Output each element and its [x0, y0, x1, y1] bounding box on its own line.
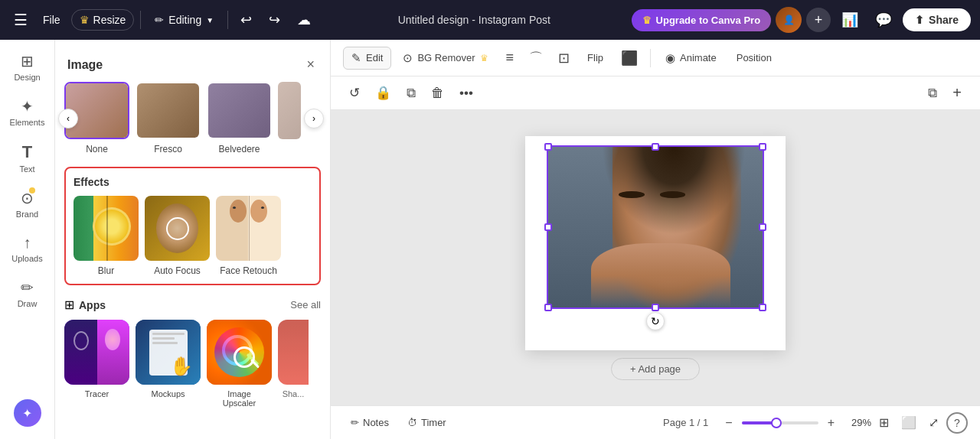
elements-icon: ✦	[21, 97, 34, 115]
app-tracer[interactable]: Tracer	[64, 320, 129, 408]
app-mockups-label: Mockups	[151, 389, 185, 398]
resize-label: Resize	[93, 14, 126, 26]
add-collaborator-button[interactable]: +	[806, 8, 831, 32]
fullscreen-button[interactable]: ⤢	[924, 412, 943, 433]
rotate-handle[interactable]: ↻	[646, 312, 665, 330]
chevron-down-icon: ▼	[206, 16, 214, 24]
effect-autofocus[interactable]: Auto Focus	[145, 196, 210, 276]
crop-button[interactable]: ⊡	[552, 46, 576, 70]
selected-image[interactable]: ↻	[547, 145, 764, 309]
apps-title: Apps	[79, 299, 106, 311]
image-panel: Image × ‹ None	[55, 40, 331, 439]
effect-faceretouch[interactable]: Face Retouch	[216, 196, 281, 276]
zoom-slider-thumb[interactable]	[771, 418, 782, 428]
sidebar-item-uploads[interactable]: ↑ Uploads	[5, 228, 51, 269]
effect-blur[interactable]: Blur	[74, 196, 139, 276]
canvas-area: ✎ Edit ⊙ BG Remover ♛ ≡ ⌒ ⊡ Flip ⬛ ◉ Ani…	[331, 40, 980, 439]
filter-none-label: None	[86, 144, 108, 154]
handle-tl[interactable]	[544, 143, 552, 151]
handle-tm[interactable]	[652, 143, 659, 151]
scroll-right-button[interactable]: ›	[304, 109, 324, 128]
upgrade-button[interactable]: ♛ Upgrade to Canva Pro	[632, 9, 772, 31]
help-button[interactable]: ?	[946, 412, 968, 434]
crown-icon: ♛	[80, 14, 90, 26]
apps-section: ⊞ Apps See all	[64, 298, 321, 408]
view-buttons: ⊞ ⬜ ⤢	[874, 412, 943, 433]
duplicate-button[interactable]: ⧉	[400, 82, 422, 105]
pencil-icon: ✏	[155, 14, 164, 26]
panel-close-button[interactable]: ×	[303, 54, 318, 76]
transparency-button[interactable]: ⬛	[615, 46, 644, 70]
manip-toolbar: ↺ 🔒 ⧉ 🗑 ••• ⧉ +	[331, 76, 980, 110]
share-label: Share	[929, 14, 959, 26]
apps-grid-icon: ⊞	[64, 298, 74, 312]
lines-button[interactable]: ≡	[500, 46, 521, 70]
hamburger-menu-button[interactable]: ☰	[9, 8, 32, 32]
handle-bl[interactable]	[544, 304, 552, 311]
add-page-bar: + Add page	[611, 358, 700, 380]
handle-bm[interactable]	[652, 304, 659, 311]
effect-blur-label: Blur	[98, 265, 114, 276]
app-sha[interactable]: Sha...	[278, 320, 309, 408]
file-menu-button[interactable]: File	[37, 10, 67, 30]
position-button[interactable]: Position	[728, 47, 780, 68]
handle-br[interactable]	[759, 304, 766, 311]
filter-belvedere[interactable]: Belvedere	[207, 82, 272, 154]
bg-remover-button[interactable]: ⊙ BG Remover ♛	[394, 47, 496, 70]
scroll-left-button[interactable]: ‹	[58, 109, 78, 128]
magic-button[interactable]: ✦	[14, 399, 41, 433]
text-icon: T	[22, 142, 32, 162]
effect-faceretouch-label: Face Retouch	[220, 265, 277, 276]
brand-badge-dot	[29, 187, 35, 193]
sidebar-item-elements[interactable]: ✦ Elements	[5, 91, 51, 133]
edit-button[interactable]: ✎ Edit	[343, 47, 391, 70]
zoom-in-button[interactable]: +	[823, 415, 839, 431]
add-page-button[interactable]: + Add page	[611, 358, 700, 380]
more-options-button[interactable]: •••	[453, 82, 479, 105]
sidebar-item-brand[interactable]: ⊙ Brand	[5, 183, 51, 225]
comments-button[interactable]: 💬	[869, 8, 898, 31]
undo-button[interactable]: ↩	[234, 8, 258, 31]
copy-button[interactable]: ⧉	[922, 82, 943, 105]
zoom-slider[interactable]	[742, 421, 818, 424]
handle-mr[interactable]	[759, 223, 766, 231]
app-mockups[interactable]: ✋ Mockups	[136, 320, 201, 408]
editing-button[interactable]: ✏ Editing ▼	[147, 10, 221, 30]
zoom-out-button[interactable]: −	[720, 415, 737, 431]
timer-button[interactable]: ⏱ Timer	[400, 413, 454, 432]
divider-1	[140, 11, 141, 29]
filter-fresco[interactable]: Fresco	[136, 82, 201, 154]
flip-button[interactable]: Flip	[579, 47, 612, 68]
corner-radius-button[interactable]: ⌒	[523, 45, 549, 71]
animate-button[interactable]: ◉ Animate	[657, 47, 725, 70]
sidebar-item-label-brand: Brand	[16, 210, 38, 219]
lock-button[interactable]: 🔒	[369, 81, 397, 105]
delete-button[interactable]: 🗑	[425, 82, 450, 105]
sidebar-item-label-uploads: Uploads	[11, 254, 42, 263]
canvas-page: ↻	[525, 136, 786, 350]
multi-page-view-button[interactable]: ⬜	[897, 412, 921, 433]
editing-label: Editing	[168, 14, 201, 26]
sidebar-item-draw[interactable]: ✏ Draw	[5, 272, 51, 314]
handle-tr[interactable]	[759, 143, 766, 151]
notes-button[interactable]: ✏ Notes	[343, 413, 397, 432]
grid-view-button[interactable]: ⊞	[874, 412, 893, 433]
add-element-button[interactable]: +	[946, 80, 968, 106]
edit-label: Edit	[366, 52, 383, 63]
sidebar-item-text[interactable]: T Text	[5, 136, 51, 180]
star-icon: ✦	[22, 406, 32, 421]
share-button[interactable]: ⬆ Share	[903, 8, 971, 31]
redo-button[interactable]: ↪	[263, 8, 286, 31]
filter-extra[interactable]	[278, 82, 301, 154]
left-sidebar: ⊞ Design ✦ Elements T Text ⊙ Brand ↑ Upl…	[0, 40, 55, 439]
resize-button[interactable]: ♛ Resize	[71, 9, 135, 31]
app-upscaler[interactable]: Image Upscaler	[207, 320, 272, 408]
app-sha-label: Sha...	[283, 389, 305, 398]
draw-icon: ✏	[21, 278, 34, 297]
sidebar-item-design[interactable]: ⊞ Design	[5, 46, 51, 88]
see-all-button[interactable]: See all	[290, 299, 321, 311]
cloud-save-button[interactable]: ☁	[291, 8, 317, 31]
handle-ml[interactable]	[544, 223, 552, 231]
analytics-button[interactable]: 📊	[835, 8, 864, 31]
refresh-button[interactable]: ↺	[343, 81, 366, 105]
